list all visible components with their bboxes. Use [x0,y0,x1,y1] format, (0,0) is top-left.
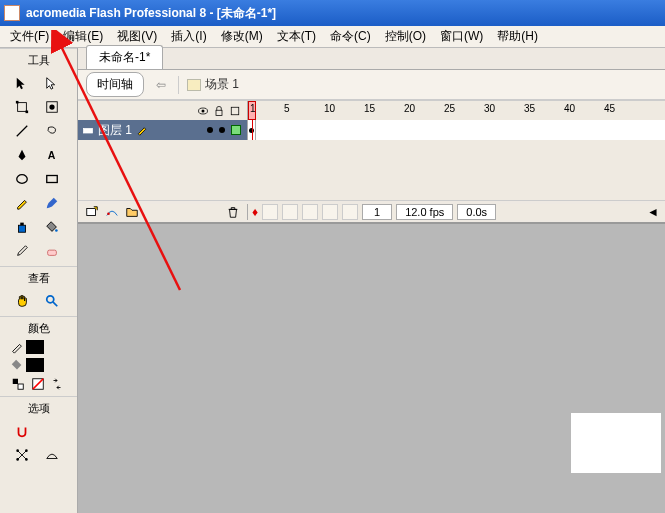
scene-selector[interactable]: 场景 1 [187,76,239,93]
back-arrow-icon[interactable]: ⇦ [152,78,170,92]
no-color-button[interactable] [30,376,46,392]
lasso-tool[interactable] [40,120,64,142]
menu-edit[interactable]: 编辑(E) [57,26,109,47]
smooth-option[interactable] [10,444,34,466]
stroke-swatch[interactable] [26,340,44,354]
svg-rect-16 [18,384,23,389]
bucket-icon [10,358,24,372]
layer-outline-swatch[interactable] [231,125,241,135]
document-tab[interactable]: 未命名-1* [86,45,163,69]
svg-point-24 [25,458,28,461]
new-layer-button[interactable] [84,204,100,220]
svg-line-5 [17,126,28,137]
menu-help[interactable]: 帮助(H) [491,26,544,47]
selection-tool[interactable] [10,72,34,94]
hand-tool[interactable] [10,290,34,312]
svg-rect-15 [13,379,18,384]
gradient-transform-tool[interactable] [40,96,64,118]
playhead[interactable] [252,120,253,140]
layer-lock-dot[interactable] [219,127,225,133]
timeline-ruler[interactable]: 1 5 10 15 20 25 30 35 40 45 [248,101,665,120]
current-frame-field: 1 [362,204,392,220]
menu-file[interactable]: 文件(F) [4,26,55,47]
stage[interactable] [78,224,665,513]
free-transform-tool[interactable] [10,96,34,118]
onion-outlines-button[interactable] [302,204,318,220]
svg-point-32 [107,212,110,215]
modify-onion-markers-button[interactable] [342,204,358,220]
eye-icon[interactable] [197,105,209,117]
menu-view[interactable]: 视图(V) [111,26,163,47]
svg-rect-8 [46,176,57,183]
document-header: 时间轴 ⇦ 场景 1 [78,70,665,100]
default-colors-button[interactable] [10,376,26,392]
playhead-marker-icon: ♦ [252,205,258,219]
menu-control[interactable]: 控制(O) [379,26,432,47]
eraser-tool[interactable] [40,240,64,262]
stroke-color-control[interactable] [10,340,67,354]
zoom-tool[interactable] [40,290,64,312]
menu-modify[interactable]: 修改(M) [215,26,269,47]
timeline-panel: 1 5 10 15 20 25 30 35 40 45 图层 1 [78,100,665,224]
timeline-scroll-left-icon[interactable]: ◄ [647,205,659,219]
app-icon [4,5,20,21]
svg-point-23 [16,458,19,461]
pencil-tool[interactable] [10,192,34,214]
pencil-icon [136,124,148,136]
frames-track[interactable] [248,120,665,140]
lock-icon[interactable] [213,105,225,117]
toolbox-title-color: 颜色 [2,319,75,338]
menu-commands[interactable]: 命令(C) [324,26,377,47]
new-folder-button[interactable] [124,204,140,220]
text-tool[interactable]: A [40,144,64,166]
svg-text:A: A [47,149,55,161]
svg-point-27 [202,109,205,112]
scene-label: 场景 1 [205,76,239,93]
straighten-option[interactable] [40,444,64,466]
svg-point-4 [49,104,54,109]
brush-tool[interactable] [40,192,64,214]
paint-bucket-tool[interactable] [40,216,64,238]
layer-label[interactable]: 图层 1 [78,120,248,140]
toolbox-title-options: 选项 [2,399,75,418]
svg-rect-29 [231,107,239,115]
snap-option[interactable] [10,420,34,442]
layer-controls [78,204,248,220]
onion-skin-button[interactable] [282,204,298,220]
elapsed-time-field: 0.0s [457,204,496,220]
ink-bottle-tool[interactable] [10,216,34,238]
swap-colors-button[interactable] [49,376,65,392]
document-tabs: 未命名-1* [78,48,665,70]
menu-insert[interactable]: 插入(I) [165,26,212,47]
svg-rect-1 [16,101,19,104]
subselection-tool[interactable] [40,72,64,94]
layer-name: 图层 1 [98,122,132,139]
outline-icon[interactable] [229,105,241,117]
playback-info: ♦ 1 12.0 fps 0.0s ◄ [248,204,665,220]
edit-multiple-frames-button[interactable] [322,204,338,220]
pen-tool[interactable] [10,144,34,166]
svg-point-13 [46,296,53,303]
layer-type-icon [82,124,94,136]
svg-rect-0 [18,103,27,112]
menu-text[interactable]: 文本(T) [271,26,322,47]
oval-tool[interactable] [10,168,34,190]
rectangle-tool[interactable] [40,168,64,190]
fill-swatch[interactable] [26,358,44,372]
line-tool[interactable] [10,120,34,142]
eyedropper-tool[interactable] [10,240,34,262]
canvas[interactable] [571,413,661,473]
layer-visibility-dot[interactable] [207,127,213,133]
delete-layer-button[interactable] [225,204,241,220]
center-frame-button[interactable] [262,204,278,220]
layer-row[interactable]: 图层 1 [78,120,665,140]
titlebar-text: acromedia Flash Professional 8 - [未命名-1*… [26,5,276,22]
svg-rect-2 [26,111,29,114]
fill-color-control[interactable] [10,358,67,372]
new-motion-guide-button[interactable] [104,204,120,220]
scene-icon [187,79,201,91]
menu-window[interactable]: 窗口(W) [434,26,489,47]
svg-point-7 [17,175,28,184]
svg-rect-12 [47,250,56,255]
timeline-toggle-button[interactable]: 时间轴 [86,72,144,97]
